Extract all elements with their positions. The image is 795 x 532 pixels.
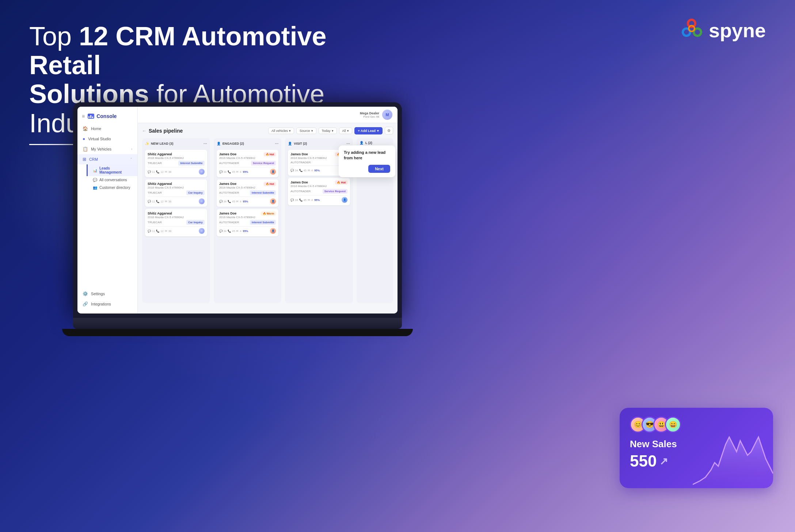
lead-badge: Interest Submitte	[250, 190, 276, 195]
hot-badge: 🔥 Hot	[264, 152, 276, 156]
lead-avatar-small: 👤	[270, 198, 276, 204]
lead-avatar-small: 👤	[342, 197, 347, 203]
lead-source: AUTOTRADER	[290, 190, 311, 193]
nav-settings[interactable]: ⚙️ Settings	[77, 289, 137, 299]
phone-icon: 📞	[299, 198, 303, 202]
mail-icon: ✉	[165, 170, 167, 174]
engaged-icon: 👤	[217, 142, 221, 145]
progress-value: 95%	[314, 198, 320, 202]
nav-home[interactable]: 🏠 Home	[77, 123, 137, 134]
lead-source-row: TRUECAR Interest Submitte	[148, 161, 205, 166]
col-menu-new-lead[interactable]: ···	[203, 141, 207, 146]
nav-crm[interactable]: ⊞ CRM ˅	[77, 154, 137, 164]
lead-car: 2016 Mazda CX-5 #7880HJ	[290, 185, 327, 188]
lead-card: Shitiz Aggarwal 2016 Mazda CX-5 #7890HJ …	[145, 179, 207, 207]
nav-virtual-studio-label: Virtual Studio	[88, 137, 111, 141]
lead-name: James Doe	[290, 152, 327, 156]
sales-chart-area	[693, 433, 773, 488]
chat-icon: 💬	[219, 200, 222, 203]
lead-footer-icons: 💬11 📞12 ✉38	[148, 170, 171, 174]
lead-card: Shitiz Aggarwal 2016 Mazda CX-5 #7890HJ …	[145, 150, 207, 177]
sub-nav-leads[interactable]: 📊 Leads Management	[87, 164, 137, 176]
customer-dir-label: Customer directory	[99, 186, 130, 190]
col-header-new-lead: ✨ NEW LEAD (3) ···	[145, 141, 207, 148]
lead-footer-icons: 💬34 📞45 ✉4	[290, 198, 313, 202]
crm-content: ← Sales pipeline All vehicles ▾ Source ▾	[138, 123, 398, 314]
headline-top-normal: Top	[29, 22, 79, 51]
progress-value: 95%	[243, 170, 248, 174]
lead-footer-icons: 💬11 📞12 ✉38	[148, 200, 171, 203]
filter-vehicles-label: All vehicles	[271, 129, 288, 133]
kanban-col-engaged: 👤 ENGAGED (2) ··· James Doe 2016 Mazda C…	[214, 138, 282, 303]
lead-source: TRUECAR	[148, 191, 162, 194]
filter-vehicles[interactable]: All vehicles ▾	[268, 128, 294, 134]
crm-sidebar: ≡ Console 🏠 Home ● Virtual Studio	[77, 107, 138, 314]
chat-icon: 💬	[219, 170, 222, 174]
laptop-base	[73, 318, 402, 329]
lead-card: Shitiz Aggarwal 2016 Mazda CX-5 #7890HJ …	[145, 209, 207, 236]
add-lead-button[interactable]: + Add Lead ▾	[354, 127, 383, 134]
spyne-logo-text: spyne	[709, 19, 766, 42]
gear-icon: ⚙	[387, 129, 391, 133]
lead-name: Shitiz Aggarwal	[148, 182, 205, 186]
chevron-down-icon-3: ▾	[332, 129, 334, 133]
sales-avatar-4: 😄	[665, 417, 681, 433]
lead-source: AUTOTRADER	[219, 162, 239, 165]
nav-home-label: Home	[91, 126, 101, 131]
phone-icon: 📞	[228, 170, 231, 174]
crm-logo: Console	[88, 113, 117, 119]
lead-car: 2016 Mazda CX-5 #7890HJ	[148, 156, 205, 160]
warm-badge: 🔥 Warm	[261, 212, 276, 216]
lead-footer: 💬34 📞45 ✉4 95% 👤	[219, 226, 276, 234]
lead-footer: 💬11 📞12 ✉38 ⊙	[148, 197, 205, 204]
lead-footer: 💬11 📞12 ✉38 ⊙	[148, 167, 205, 175]
mail-icon: ✉	[165, 229, 167, 233]
sales-avatars: 😊 😎 😃 😄	[630, 417, 677, 433]
lead-car: 2016 Mazda CX-5 #7890HJ	[148, 186, 205, 189]
progress-value: 95%	[243, 229, 248, 233]
new-lead-icon: ✨	[145, 142, 149, 145]
mail-icon: ✉	[308, 169, 310, 172]
filter-all-label: All	[342, 129, 346, 133]
lead-car: 2016 Mazda CX-5 #7890HJ	[148, 216, 205, 219]
dealer-sublabel: Ford Sec 48	[360, 115, 379, 118]
nav-integrations[interactable]: 🔗 Integrations	[77, 299, 137, 309]
conversations-label: All conversations	[99, 178, 127, 182]
lead-avatar-small: ⊙	[199, 198, 205, 204]
phone-icon: 📞	[156, 229, 159, 233]
chevron-down-icon: ▾	[289, 129, 291, 133]
phone-icon: 📞	[299, 169, 303, 172]
sub-nav-conversations[interactable]: 💬 All conversations	[88, 176, 137, 184]
lead-footer: 💬34 📞45 ✉4 95% 👤	[219, 167, 276, 175]
lead-name: James Doe	[290, 180, 327, 184]
back-arrow-icon[interactable]: ←	[142, 128, 147, 133]
visit-icon: 👤	[288, 142, 292, 145]
lead-source-row: AUTOTRADER Service Request	[290, 189, 347, 194]
laptop-screen-outer: ≡ Console 🏠 Home ● Virtual Studio	[73, 102, 402, 318]
mail-icon: ✉	[236, 200, 239, 203]
nav-virtual-studio[interactable]: ● Virtual Studio	[77, 134, 137, 144]
filter-source[interactable]: Source ▾	[296, 128, 316, 134]
chevron-down-icon-4: ▾	[347, 129, 349, 133]
pipeline-header: ← Sales pipeline All vehicles ▾ Source ▾	[142, 127, 393, 134]
sub-nav-customer-directory[interactable]: 👥 Customer directory	[88, 184, 137, 191]
nav-vehicles-label: My Vehicles	[91, 147, 111, 151]
pipeline-settings-button[interactable]: ⚙	[385, 127, 393, 134]
lead-source-row: TRUECAR Car Inquiry	[148, 190, 205, 195]
hamburger-icon[interactable]: ≡	[82, 113, 85, 119]
chevron-down-icon-2: ▾	[311, 129, 313, 133]
lead-badge: Interest Submitte	[178, 161, 204, 166]
col-menu-engaged[interactable]: ···	[275, 141, 278, 146]
filter-today[interactable]: Today ▾	[319, 128, 337, 134]
lead-source-row: TRUECAR Car Inquiry	[148, 220, 205, 225]
lead-name: Shitiz Aggarwal	[148, 152, 205, 156]
pipeline-filters: All vehicles ▾ Source ▾ Today ▾	[268, 127, 393, 134]
customer-dir-icon: 👥	[93, 186, 97, 190]
tooltip-next-button[interactable]: Next	[368, 165, 390, 173]
headline-line1: Top 12 CRM Automotive Retail	[29, 22, 358, 80]
col-title-visit: VISIT (2)	[294, 142, 307, 145]
nav-my-vehicles[interactable]: 📋 My Vehicles ›	[77, 144, 137, 154]
lead-badge: Car Inquiry	[186, 190, 205, 195]
new-sales-label: New Sales	[630, 438, 677, 450]
filter-all[interactable]: All ▾	[339, 128, 352, 134]
